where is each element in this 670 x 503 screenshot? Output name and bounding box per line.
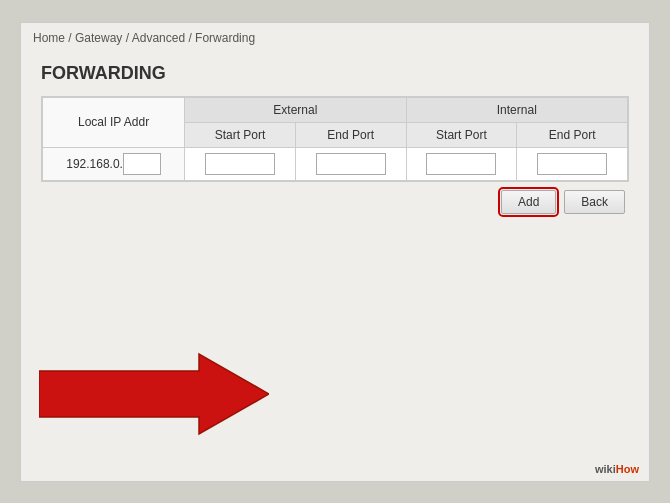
breadcrumb: Home / Gateway / Advanced / Forwarding (21, 23, 649, 53)
add-button[interactable]: Add (501, 190, 556, 214)
col-external: External (185, 97, 406, 122)
col-local-ip: Local IP Addr (43, 97, 185, 147)
how-text: How (616, 463, 639, 475)
ip-suffix-input[interactable] (123, 153, 161, 175)
content-area: FORWARDING Local IP Addr External Intern… (21, 53, 649, 481)
end-port-int-cell (517, 147, 628, 180)
start-port-int-input[interactable] (426, 153, 496, 175)
start-port-ext-input[interactable] (205, 153, 275, 175)
wiki-text: wiki (595, 463, 616, 475)
col-start-port-ext: Start Port (185, 122, 296, 147)
end-port-ext-input[interactable] (316, 153, 386, 175)
col-end-port-int: End Port (517, 122, 628, 147)
svg-marker-0 (39, 354, 269, 434)
page-title: FORWARDING (41, 63, 629, 84)
ip-input-wrapper: 192.168.0. (51, 153, 176, 175)
col-internal: Internal (406, 97, 627, 122)
screenshot-frame: Home / Gateway / Advanced / Forwarding F… (20, 22, 650, 482)
end-port-ext-cell (295, 147, 406, 180)
button-row: Add Back (41, 190, 629, 214)
arrow-indicator (39, 349, 259, 429)
start-port-ext-cell (185, 147, 296, 180)
col-end-port-ext: End Port (295, 122, 406, 147)
start-port-int-cell (406, 147, 517, 180)
wikihow-badge: wikiHow (595, 463, 639, 475)
end-port-int-input[interactable] (537, 153, 607, 175)
ip-prefix: 192.168.0. (66, 157, 123, 171)
forwarding-table: Local IP Addr External Internal Start Po… (41, 96, 629, 182)
back-button[interactable]: Back (564, 190, 625, 214)
col-start-port-int: Start Port (406, 122, 517, 147)
local-ip-cell: 192.168.0. (43, 147, 185, 180)
